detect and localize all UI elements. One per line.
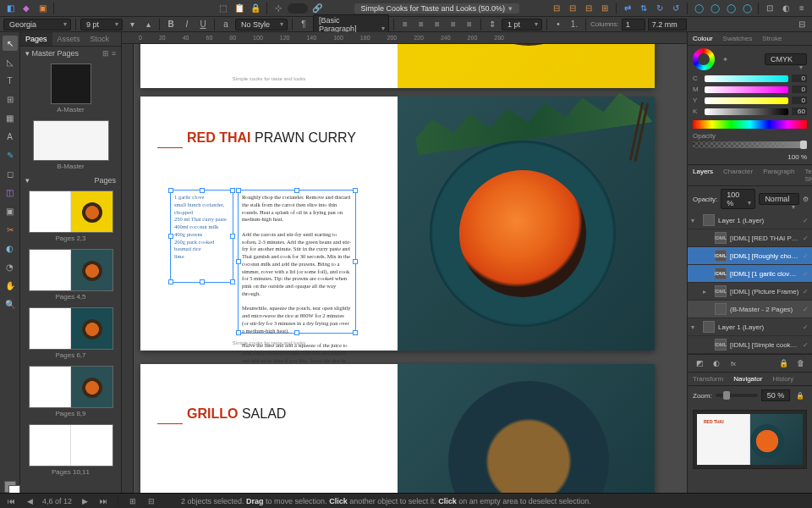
char-style-dropdown[interactable]: No Style	[235, 19, 288, 30]
char-style-icon[interactable]: a	[219, 18, 233, 31]
tab-layers[interactable]: Layers	[688, 165, 718, 185]
place-image-tool-icon[interactable]: ▣	[3, 203, 18, 218]
bold-icon[interactable]: B	[164, 18, 178, 31]
spread-thumb[interactable]: Pages 8,9	[20, 362, 121, 421]
layer-row[interactable]: (B-Master - 2 Pages)✓	[688, 301, 812, 318]
arrange-back-icon[interactable]: ◯	[692, 2, 705, 15]
persona-publisher-icon[interactable]: ▣	[36, 2, 49, 15]
view-mode-icon[interactable]: ⊞	[127, 495, 139, 507]
decrease-size-icon[interactable]: ▾	[125, 18, 139, 31]
list-bullet-icon[interactable]: •	[551, 18, 565, 31]
lock-icon[interactable]: 🔒	[249, 2, 262, 15]
align-left-icon[interactable]: ⊟	[550, 2, 563, 15]
layer-row[interactable]: IDML[IDML] [RED THAI PRAWN C…✓	[688, 229, 812, 247]
layer-opacity-dropdown[interactable]: 100 %	[721, 189, 755, 209]
cmyk-slider-C[interactable]: C0	[688, 73, 812, 84]
shape-tool-icon[interactable]: ◻	[3, 166, 18, 181]
cmyk-slider-K[interactable]: K60	[688, 106, 812, 117]
layer-fx-icon[interactable]: ⚙	[803, 192, 809, 206]
transparency-tool-icon[interactable]: ◔	[3, 259, 18, 274]
para-style-icon[interactable]: ¶	[297, 18, 310, 31]
baseline-icon[interactable]: ≡	[795, 2, 809, 15]
leading-dropdown[interactable]: 1 pt	[502, 19, 542, 30]
zoom-slider[interactable]	[716, 394, 758, 397]
eyedropper-icon[interactable]: ⌖	[718, 52, 732, 66]
spread-thumb[interactable]: Pages 4,5	[20, 246, 121, 304]
hue-strip[interactable]	[693, 120, 807, 129]
tab-transform[interactable]: Transform	[688, 373, 728, 385]
tab-stock[interactable]: Stock	[85, 32, 115, 46]
tab-stroke[interactable]: Stroke	[757, 32, 787, 45]
lock-layer-icon[interactable]: 🔒	[776, 356, 790, 370]
vector-crop-tool-icon[interactable]: ✂	[3, 222, 18, 237]
pages-header[interactable]: ▾ Pages	[20, 174, 121, 187]
persona-photo-icon[interactable]: ◆	[19, 2, 33, 15]
layer-row[interactable]: IDML[IDML] [1 garlic clove …] ✓	[688, 265, 812, 283]
text-tool-icon[interactable]: T	[3, 73, 18, 88]
spread-thumb[interactable]: Pages 10,11	[20, 421, 121, 479]
fill-tool-icon[interactable]: ◐	[3, 240, 18, 256]
align-justify-icon[interactable]: ≡	[447, 18, 460, 31]
tab-navigator[interactable]: Navigator	[728, 373, 767, 385]
gutter-input[interactable]	[648, 19, 687, 30]
layer-row[interactable]: ▸IDML[IDML] (Picture Frame)✓	[688, 283, 812, 301]
tab-swatches[interactable]: Swatches	[718, 32, 758, 45]
align-right-icon[interactable]: ⊟	[582, 2, 595, 15]
table-tool-icon[interactable]: ▦	[3, 110, 18, 125]
leading-icon[interactable]: ⇕	[486, 18, 499, 31]
flip-v-icon[interactable]: ⇅	[637, 2, 650, 15]
layer-row[interactable]: IDML[IDML] [Roughly chop the c…✓	[688, 247, 812, 265]
para-style-dropdown[interactable]: [Basic Paragraph]	[313, 14, 389, 35]
snap-icon[interactable]: ⊡	[763, 2, 776, 15]
arrange-backward-icon[interactable]: ◯	[708, 2, 721, 15]
list-number-icon[interactable]: 1.	[568, 18, 581, 31]
ingredients-frame[interactable]: 1 garlic clove small bunch coriander, ch…	[170, 190, 233, 283]
color-mode-dropdown[interactable]: CMYK	[765, 53, 807, 65]
select-all-icon[interactable]: ⬚	[217, 2, 230, 15]
tab-colour[interactable]: Colour	[688, 32, 718, 45]
layer-row[interactable]: ▾Layer 1 (Layer)✓	[688, 212, 812, 229]
color-wheel[interactable]	[693, 48, 715, 70]
align-center-text-icon[interactable]: ≡	[414, 18, 428, 31]
link-icon[interactable]: 🔗	[310, 2, 324, 15]
pen-tool-icon[interactable]: ✎	[3, 147, 18, 163]
artistic-text-icon[interactable]: A	[3, 129, 18, 144]
tab-character[interactable]: Character	[718, 165, 758, 185]
adjust-icon[interactable]: ◐	[710, 356, 723, 370]
picture-frame-tool-icon[interactable]: ◫	[3, 185, 18, 200]
clipboard-icon[interactable]: 📋	[233, 2, 246, 15]
tab-pages[interactable]: Pages	[20, 32, 52, 46]
blend-mode-dropdown[interactable]: Normal	[759, 193, 799, 205]
align-justify-all-icon[interactable]: ≡	[463, 18, 476, 31]
tab-text-styles[interactable]: Text Styles	[800, 165, 813, 185]
spread-thumb[interactable]: Pages 2,3	[20, 187, 121, 246]
rotate-ccw-icon[interactable]: ↺	[669, 2, 683, 15]
frame-text-tool-icon[interactable]: ⊞	[3, 91, 18, 107]
cmyk-slider-Y[interactable]: Y0	[688, 95, 812, 106]
align-left-text-icon[interactable]: ≡	[398, 18, 412, 31]
arrange-forward-icon[interactable]: ◯	[724, 2, 738, 15]
arrange-front-icon[interactable]: ◯	[740, 2, 754, 15]
align-right-text-icon[interactable]: ≡	[431, 18, 444, 31]
distribute-icon[interactable]: ⊞	[598, 2, 612, 15]
tab-assets[interactable]: Assets	[52, 32, 85, 46]
navigator-preview[interactable]: RED THAI	[693, 410, 807, 469]
font-size-dropdown[interactable]: 9 pt	[80, 19, 123, 30]
document-title[interactable]: Simple Cooks for Taste and Looks (50.0%)…	[354, 3, 519, 14]
mask-icon[interactable]: ◩	[693, 356, 706, 370]
italic-icon[interactable]: I	[180, 18, 194, 31]
tab-paragraph[interactable]: Paragraph	[758, 165, 799, 185]
columns-input[interactable]	[622, 19, 645, 30]
master-b-thumb[interactable]: B-Master	[20, 117, 121, 174]
align-center-icon[interactable]: ⊟	[566, 2, 579, 15]
next-page-icon[interactable]: ▶	[79, 495, 91, 507]
zoom-lock-icon[interactable]: 🔒	[793, 389, 807, 402]
tab-history[interactable]: History	[767, 373, 798, 385]
persona-designer-icon[interactable]: ◧	[3, 2, 17, 15]
font-family-dropdown[interactable]: Georgia	[3, 19, 71, 30]
prev-page-icon[interactable]: ◀	[24, 495, 36, 507]
preview-icon[interactable]: ◐	[779, 2, 793, 15]
zoom-value[interactable]: 50 %	[761, 389, 790, 401]
master-pages-header[interactable]: ▾ Master Pages ⊞ ≡	[20, 47, 121, 60]
view-tool-icon[interactable]: ✋	[3, 278, 18, 293]
